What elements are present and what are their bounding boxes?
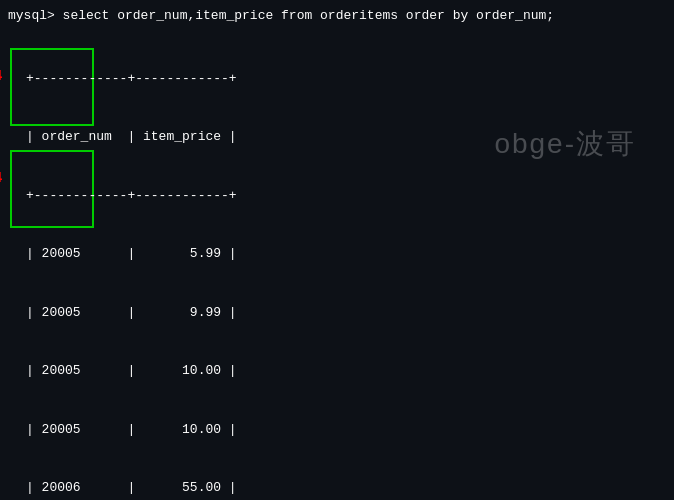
label-four-2: 4 xyxy=(0,170,2,186)
query1-section: mysql> select order_num,item_price from … xyxy=(8,6,666,26)
label-four-1: 4 xyxy=(0,68,2,84)
table1-header: | order_num | item_price | xyxy=(26,127,666,147)
sql1: select order_num,item_price from orderit… xyxy=(63,8,554,23)
table1-row-2: | 20005 | 10.00 | xyxy=(26,361,666,381)
table1-row-3: | 20005 | 10.00 | xyxy=(26,420,666,440)
terminal: mysql> select order_num,item_price from … xyxy=(8,6,666,500)
table1-row-1: | 20005 | 9.99 | xyxy=(26,303,666,323)
table1-row-0: | 20005 | 5.99 | xyxy=(26,244,666,264)
table1-sep-top: +------------+------------+ xyxy=(26,69,666,89)
prompt1: mysql> xyxy=(8,8,63,23)
table1-row-4: | 20006 | 55.00 | xyxy=(26,478,666,498)
table1-output: +------------+------------+ | order_num … xyxy=(26,30,666,501)
table1-section: 4 4 obge-波哥 +------------+------------+ … xyxy=(8,30,666,501)
table1-sep-header: +------------+------------+ xyxy=(26,186,666,206)
query1-prompt-line: mysql> select order_num,item_price from … xyxy=(8,6,666,26)
